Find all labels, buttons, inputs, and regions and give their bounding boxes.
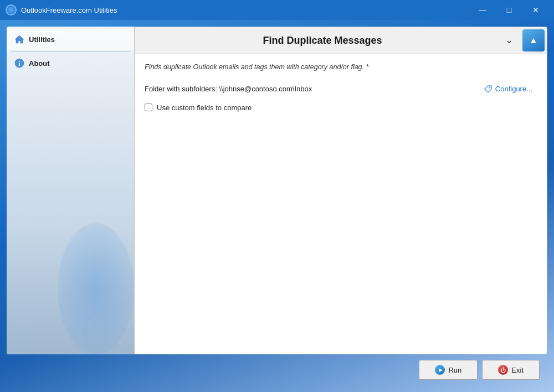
window-controls: — □ ✕ (470, 2, 548, 18)
app-icon (6, 4, 17, 16)
main-container: Outlook Freeware .com Utilities i About (0, 20, 554, 392)
sidebar-divider (11, 51, 130, 51)
bottom-bar: Run Exit (7, 354, 547, 385)
sidebar-utilities-label: Utilities (29, 35, 55, 44)
run-icon (435, 365, 445, 375)
minimize-button[interactable]: — (470, 2, 495, 18)
tag-icon (484, 85, 493, 94)
scroll-up-button[interactable]: ▲ (522, 29, 545, 51)
main-panel: Find Duplicate Messages ⌄ ▲ Finds duplic… (134, 27, 547, 354)
folder-path: \\johnse@contoso.com\Inbox (219, 85, 312, 93)
sidebar-item-about[interactable]: i About (7, 53, 134, 74)
exit-icon (498, 365, 508, 375)
panel-description: Finds duplicate Outlook emails and tags … (145, 62, 537, 73)
content-wrapper: Utilities i About Find Duplicate Message… (7, 27, 547, 354)
info-icon: i (14, 58, 24, 68)
maximize-button[interactable]: □ (496, 2, 522, 18)
title-dropdown-button[interactable]: Find Duplicate Messages ⌄ (135, 29, 520, 52)
configure-button[interactable]: Configure... (479, 82, 537, 96)
panel-header: Find Duplicate Messages ⌄ ▲ (135, 27, 547, 54)
panel-title: Find Duplicate Messages (142, 35, 502, 47)
svg-marker-0 (15, 35, 24, 43)
up-arrow-icon: ▲ (529, 35, 538, 45)
app-title: OutlookFreeware.com Utilities (21, 6, 470, 14)
sidebar: Utilities i About (7, 27, 134, 354)
house-icon (14, 34, 24, 44)
custom-fields-row[interactable]: Use custom fields to compare (145, 104, 537, 112)
run-button[interactable]: Run (419, 360, 478, 380)
chevron-down-icon: ⌄ (506, 36, 512, 45)
custom-fields-label: Use custom fields to compare (157, 104, 252, 112)
custom-fields-checkbox[interactable] (145, 104, 152, 111)
close-button[interactable]: ✕ (523, 2, 548, 18)
folder-row: Folder with subfolders: \\johnse@contoso… (145, 82, 537, 96)
folder-label: Folder with subfolders: \\johnse@contoso… (145, 85, 312, 93)
svg-point-4 (489, 86, 490, 88)
panel-content: Finds duplicate Outlook emails and tags … (135, 54, 547, 354)
sidebar-item-utilities[interactable]: Utilities (7, 29, 134, 50)
svg-marker-3 (485, 86, 491, 92)
exit-button[interactable]: Exit (482, 360, 540, 380)
sidebar-about-label: About (29, 59, 50, 68)
title-bar: OutlookFreeware.com Utilities — □ ✕ (0, 0, 554, 20)
